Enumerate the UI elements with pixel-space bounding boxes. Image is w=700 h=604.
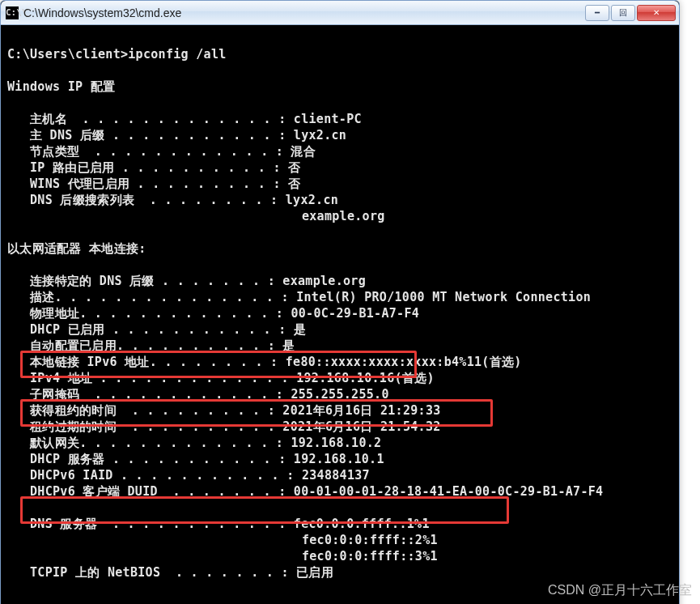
watermark: CSDN @正月十六工作室 — [548, 582, 692, 599]
output-line: DHCP 已启用 . . . . . . . . . . . : 是 — [7, 322, 306, 337]
terminal-output[interactable]: C:\Users\client>ipconfig /all Windows IP… — [1, 25, 679, 604]
close-button[interactable]: ✕ — [637, 5, 676, 21]
output-line: 主 DNS 后缀 . . . . . . . . . . . : lyx2.cn — [7, 128, 346, 142]
maximize-button[interactable]: 回 — [611, 5, 635, 21]
output-line: 连接特定的 DNS 后缀 . . . . . . . : example.org — [7, 274, 366, 288]
output-line: TCPIP 上的 NetBIOS . . . . . . . : 已启用 — [7, 565, 333, 580]
output-line: 子网掩码 . . . . . . . . . . . . : 255.255.2… — [7, 387, 389, 402]
section-header: 以太网适配器 本地连接: — [7, 241, 146, 256]
output-line: 默认网关. . . . . . . . . . . . . : 192.168.… — [7, 436, 381, 450]
window-title: C:\Windows\system32\cmd.exe — [23, 6, 585, 19]
output-line: fec0:0:0:ffff::3%1 — [7, 549, 438, 564]
output-line: 获得租约的时间 . . . . . . . . . : 2021年6月16日 2… — [7, 403, 441, 418]
window-controls: ━ 回 ✕ — [585, 5, 676, 21]
titlebar[interactable]: C:\\ C:\Windows\system32\cmd.exe ━ 回 ✕ — [1, 1, 679, 25]
output-line: DHCPv6 客户端 DUID . . . . . . . : 00-01-00… — [7, 484, 603, 499]
output-line: IP 路由已启用 . . . . . . . . . . : 否 — [7, 160, 300, 175]
section-header: Windows IP 配置 — [7, 79, 115, 94]
output-line: DNS 服务器 . . . . . . . . . . . : fec0:0:0… — [7, 517, 430, 531]
output-line: DNS 后缀搜索列表 . . . . . . . . : lyx2.cn — [7, 193, 338, 207]
output-line: 节点类型 . . . . . . . . . . . . : 混合 — [7, 144, 316, 159]
cmd-window: C:\\ C:\Windows\system32\cmd.exe ━ 回 ✕ C… — [0, 0, 680, 604]
output-line: WINS 代理已启用 . . . . . . . . . : 否 — [7, 177, 300, 191]
minimize-button[interactable]: ━ — [585, 5, 609, 21]
output-line: fec0:0:0:ffff::2%1 — [7, 533, 438, 547]
prompt-line: C:\Users\client>ipconfig /all — [7, 47, 227, 62]
cmd-icon: C:\\ — [6, 6, 19, 19]
output-line: 本地链接 IPv6 地址. . . . . . . . : fe80::xxxx… — [7, 355, 522, 369]
output-line: 自动配置已启用. . . . . . . . . . : 是 — [7, 338, 295, 353]
output-line: IPv4 地址 . . . . . . . . . . . . : 192.16… — [7, 371, 435, 385]
output-line: DHCP 服务器 . . . . . . . . . . . : 192.168… — [7, 452, 384, 466]
output-line: 租约过期的时间 . . . . . . . . . : 2021年6月16日 2… — [7, 419, 441, 434]
output-line: DHCPv6 IAID . . . . . . . . . . . : 2348… — [7, 468, 370, 483]
output-line: 物理地址. . . . . . . . . . . . . : 00-0C-29… — [7, 306, 419, 321]
output-line: example.org — [7, 209, 385, 223]
output-line: 主机名 . . . . . . . . . . . . . : client-P… — [7, 112, 362, 126]
output-line: 描述. . . . . . . . . . . . . . . : Intel(… — [7, 290, 591, 304]
